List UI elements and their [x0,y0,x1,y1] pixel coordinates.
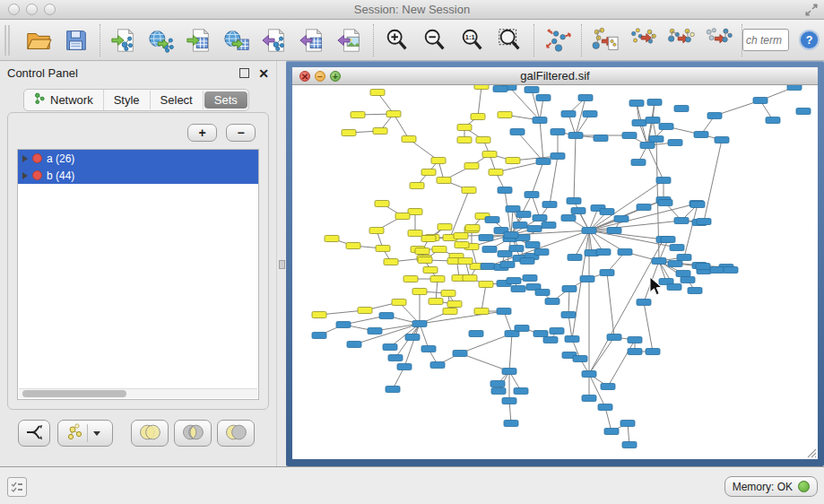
open-icon[interactable] [24,26,53,55]
graph-node-blue[interactable] [386,387,400,393]
import-table-web-icon[interactable] [222,26,251,55]
graph-node-blue[interactable] [796,109,811,115]
graph-node-blue[interactable] [628,337,642,343]
graph-node-blue[interactable] [543,337,558,343]
graph-node-blue[interactable] [568,255,582,261]
graph-node-yellow[interactable] [471,114,485,120]
graph-node-yellow[interactable] [432,247,447,253]
graph-node-blue[interactable] [507,278,521,284]
graph-node-yellow[interactable] [325,236,339,242]
graph-node-yellow[interactable] [421,236,436,242]
graph-node-blue[interactable] [596,249,611,256]
graph-node-yellow[interactable] [402,136,416,143]
graph-node-blue[interactable] [523,275,537,282]
remove-set-button[interactable]: − [226,124,256,142]
graph-node-blue[interactable] [481,264,495,270]
graph-node-blue[interactable] [607,228,621,234]
graph-node-blue[interactable] [670,245,684,251]
set-list-item[interactable]: b (44) [18,167,258,184]
graph-node-blue[interactable] [515,326,529,332]
graph-node-yellow[interactable] [474,85,489,90]
graph-node-yellow[interactable] [457,125,472,131]
graph-node-blue[interactable] [667,284,681,291]
difference-button[interactable] [217,420,255,447]
graph-node-blue[interactable] [573,356,587,362]
graph-node-blue[interactable] [542,222,556,229]
graph-node-yellow[interactable] [421,169,436,176]
graph-node-yellow[interactable] [369,228,384,234]
graph-node-blue[interactable] [412,321,427,327]
graph-node-yellow[interactable] [358,308,372,314]
graph-node-yellow[interactable] [410,183,424,189]
graph-node-yellow[interactable] [375,201,389,207]
intersection-button[interactable] [174,420,212,447]
graph-node-blue[interactable] [582,371,596,378]
graph-node-yellow[interactable] [482,152,497,158]
graph-node-blue[interactable] [652,258,666,265]
graph-node-blue[interactable] [383,344,397,351]
graph-node-blue[interactable] [646,349,660,355]
graph-node-blue[interactable] [661,237,675,243]
graph-node-blue[interactable] [697,219,711,225]
graph-node-blue[interactable] [622,133,637,139]
graph-node-blue[interactable] [565,336,579,343]
graph-node-blue[interactable] [551,129,565,135]
graph-node-blue[interactable] [583,111,597,117]
graph-node-blue[interactable] [690,202,705,208]
graph-node-blue[interactable] [561,215,576,222]
network-canvas[interactable] [292,85,818,459]
graph-node-blue[interactable] [347,342,361,348]
graph-node-blue[interactable] [504,421,518,427]
graph-node-blue[interactable] [659,124,673,130]
graph-node-yellow[interactable] [418,257,432,264]
graph-node-blue[interactable] [545,299,559,305]
graph-node-blue[interactable] [649,136,664,143]
graph-node-blue[interactable] [594,135,608,142]
graph-node-yellow[interactable] [351,112,365,118]
graph-node-blue[interactable] [715,137,729,143]
graph-node-yellow[interactable] [403,276,418,282]
export-table-icon[interactable] [298,26,326,55]
graph-node-blue[interactable] [674,218,689,224]
graph-node-yellow[interactable] [431,158,446,164]
zoom-actual-icon[interactable]: 1:1 [458,26,487,55]
export-image-icon[interactable] [335,26,364,55]
graph-node-yellow[interactable] [392,300,406,306]
horizontal-scrollbar[interactable] [19,388,257,398]
extract-set-button[interactable] [57,420,113,447]
graph-node-yellow[interactable] [384,259,398,265]
graph-node-yellow[interactable] [412,289,427,295]
expand-triangle-icon[interactable] [22,172,28,179]
graph-node-blue[interactable] [562,286,577,292]
graph-node-yellow[interactable] [506,158,520,164]
graph-node-blue[interactable] [491,388,506,395]
graph-node-blue[interactable] [497,308,511,315]
import-network-web-icon[interactable] [147,26,176,55]
graph-node-blue[interactable] [618,249,632,256]
graph-node-blue[interactable] [534,249,549,256]
graph-node-blue[interactable] [520,258,534,265]
graph-node-blue[interactable] [637,204,651,211]
graph-node-yellow[interactable] [408,230,422,237]
graph-node-blue[interactable] [405,335,420,341]
graph-node-blue[interactable] [527,226,542,232]
dropdown-caret-icon[interactable] [93,431,100,436]
graph-node-blue[interactable] [658,200,672,206]
graph-node-blue[interactable] [336,322,351,328]
graph-node-yellow[interactable] [476,137,490,143]
graph-node-yellow[interactable] [458,258,473,265]
graph-node-yellow[interactable] [441,291,455,297]
graph-node-yellow[interactable] [464,163,479,169]
add-set-button[interactable]: + [187,124,217,142]
graph-node-yellow[interactable] [438,224,452,230]
graph-node-blue[interactable] [600,270,614,276]
graph-node-yellow[interactable] [376,246,390,252]
graph-node-blue[interactable] [542,202,557,208]
graph-node-blue[interactable] [628,349,642,355]
graph-node-blue[interactable] [787,85,802,91]
graph-node-yellow[interactable] [395,213,410,220]
graph-node-yellow[interactable] [457,137,472,143]
graph-node-blue[interactable] [696,264,710,270]
graph-node-blue[interactable] [707,113,722,119]
graph-node-yellow[interactable] [437,178,451,184]
